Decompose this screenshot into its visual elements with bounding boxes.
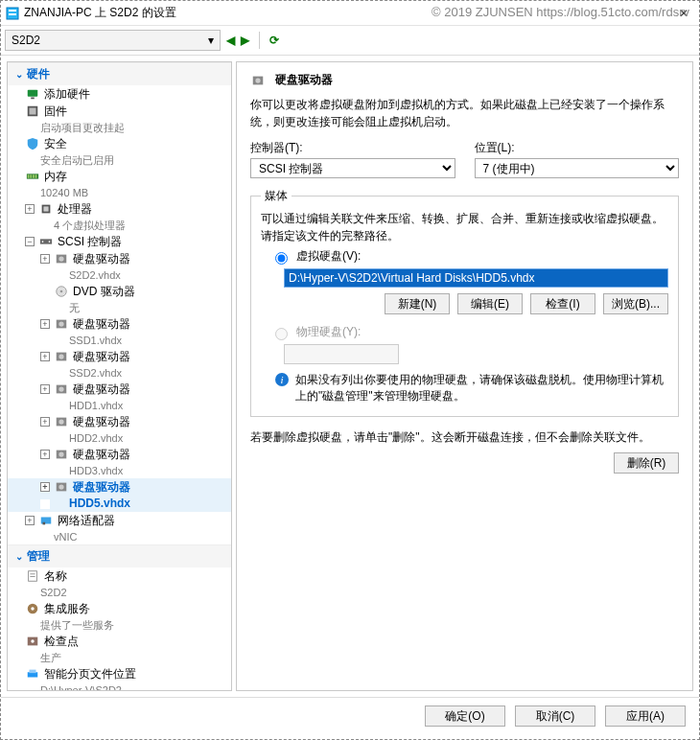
vm-selector-value: S2D2 (12, 34, 40, 47)
name-item[interactable]: 名称 (8, 567, 231, 585)
add-hardware-icon (25, 86, 40, 102)
svg-text:i: i (280, 374, 283, 385)
info-icon: i (274, 372, 290, 387)
svg-point-30 (58, 451, 63, 456)
dvd-icon (54, 284, 69, 299)
hdd-item[interactable]: +硬盘驱动器 (8, 348, 231, 365)
svg-rect-9 (30, 174, 32, 178)
vm-selector-dropdown[interactable]: S2D2 ▾ (5, 30, 221, 51)
nic-item[interactable]: +网络适配器 (8, 512, 231, 529)
scsi-controller-item[interactable]: − SCSI 控制器 (8, 233, 231, 250)
checkpoint-item[interactable]: 检查点 (8, 633, 231, 650)
expander-icon[interactable]: + (40, 352, 50, 361)
hdd-icon (54, 447, 69, 462)
svg-point-39 (31, 607, 35, 611)
vhd-path-input[interactable] (284, 268, 668, 288)
add-hardware-item[interactable]: 添加硬件 (8, 85, 231, 103)
apply-button[interactable]: 应用(A) (605, 705, 686, 727)
svg-rect-37 (30, 576, 35, 577)
edit-button[interactable]: 编辑(E) (457, 293, 523, 314)
hardware-section-header[interactable]: ⌄ 硬件 (8, 62, 231, 85)
hdd-item[interactable]: +硬盘驱动器 (8, 315, 231, 333)
dialog-footer: 确定(O) 取消(C) 应用(A) (1, 697, 699, 737)
hdd-item-selected[interactable]: +硬盘驱动器 (8, 478, 231, 496)
svg-rect-10 (33, 174, 35, 178)
svg-rect-8 (28, 174, 30, 178)
svg-rect-13 (43, 206, 48, 211)
scsi-icon (38, 234, 54, 249)
media-legend: 媒体 (261, 188, 292, 204)
hdd-icon (54, 382, 69, 397)
security-item[interactable]: 安全 (8, 135, 231, 152)
physical-disk-radio (275, 328, 288, 340)
hdd-icon (54, 414, 69, 429)
hdd-icon (54, 251, 69, 266)
expander-icon[interactable]: + (25, 204, 35, 214)
expander-icon[interactable]: − (25, 237, 35, 246)
hdd-item[interactable]: +硬盘驱动器 (8, 413, 231, 430)
integration-item[interactable]: 集成服务 (8, 600, 231, 617)
browse-button[interactable]: 浏览(B)... (603, 293, 668, 314)
virtual-disk-radio[interactable] (275, 252, 288, 265)
cancel-button[interactable]: 取消(C) (515, 705, 595, 727)
expander-icon[interactable]: + (40, 417, 50, 427)
inspect-button[interactable]: 检查(I) (530, 293, 595, 314)
next-vm-button[interactable]: ▶ (241, 34, 249, 47)
smartpaging-item[interactable]: 智能分页文件位置 (8, 665, 231, 682)
chevron-down-icon: ⌄ (15, 69, 23, 80)
integration-icon (25, 601, 40, 616)
virtual-disk-radio-row[interactable]: 虚拟硬盘(V): (270, 248, 668, 265)
watermark-text: © 2019 ZJUNSEN https://blog.51cto.com/rd… (432, 5, 689, 19)
svg-point-26 (58, 386, 63, 391)
cpu-sub: 4 个虚拟处理器 (8, 218, 231, 233)
management-section-header[interactable]: ⌄ 管理 (8, 544, 231, 567)
expander-icon[interactable]: + (40, 254, 50, 264)
ok-button[interactable]: 确定(O) (425, 705, 505, 727)
media-fieldset: 媒体 可以通过编辑关联文件来压缩、转换、扩展、合并、重新连接或收缩虚拟硬盘。请指… (250, 188, 679, 417)
location-label: 位置(L): (475, 140, 680, 156)
svg-point-32 (58, 484, 63, 489)
svg-rect-1 (9, 10, 16, 12)
svg-point-18 (58, 256, 63, 261)
nic-icon (38, 513, 54, 528)
expander-icon[interactable]: + (40, 384, 50, 394)
panel-description: 你可以更改将虚拟硬盘附加到虚拟机的方式。如果此磁盘上已经安装了一个操作系统，则更… (250, 96, 679, 130)
svg-rect-11 (35, 174, 37, 178)
hardware-section-label: 硬件 (27, 66, 50, 82)
media-description: 可以通过编辑关联文件来压缩、转换、扩展、合并、重新连接或收缩虚拟硬盘。请指定该文… (261, 210, 668, 244)
refresh-button[interactable]: ⟳ (269, 34, 279, 47)
hdd-item[interactable]: +硬盘驱动器 (8, 381, 231, 398)
controller-select[interactable]: SCSI 控制器 (250, 158, 455, 178)
management-section-label: 管理 (27, 548, 50, 565)
info-message: i 如果没有列出你要使用的物理硬盘，请确保该磁盘脱机。使用物理计算机上的"磁盘管… (274, 372, 668, 405)
hdd-icon (54, 479, 69, 495)
firmware-item[interactable]: 固件 (8, 103, 231, 120)
memory-item[interactable]: 内存 (8, 168, 231, 185)
location-select[interactable]: 7 (使用中) (475, 158, 680, 178)
expander-icon[interactable]: + (25, 516, 35, 525)
expander-icon[interactable]: + (40, 319, 50, 329)
remove-button[interactable]: 删除(R) (614, 452, 679, 474)
svg-rect-6 (30, 108, 36, 115)
toolbar-separator (259, 32, 260, 49)
cpu-icon (38, 201, 54, 217)
remove-description: 若要删除虚拟硬盘，请单击"删除"。这会断开磁盘连接，但不会删除关联文件。 (250, 428, 679, 447)
new-button[interactable]: 新建(N) (385, 293, 450, 314)
expander-icon[interactable]: + (40, 450, 50, 459)
expander-icon[interactable]: + (40, 482, 50, 492)
hdd-icon (54, 316, 69, 332)
controller-label: 控制器(T): (250, 140, 455, 156)
physical-disk-radio-row: 物理硬盘(Y): (270, 324, 668, 340)
memory-icon (25, 169, 40, 184)
hdd-icon (54, 349, 69, 364)
hdd-item[interactable]: +硬盘驱动器 (8, 250, 231, 267)
prev-vm-button[interactable]: ◀ (226, 34, 235, 47)
name-icon (25, 568, 40, 584)
svg-point-22 (58, 321, 63, 326)
svg-rect-34 (43, 522, 46, 525)
cpu-item[interactable]: + 处理器 (8, 200, 231, 218)
hdd-item[interactable]: +硬盘驱动器 (8, 446, 231, 463)
memory-sub: 10240 MB (8, 185, 231, 200)
dvd-item[interactable]: DVD 驱动器 (8, 283, 231, 300)
svg-rect-4 (31, 98, 35, 100)
